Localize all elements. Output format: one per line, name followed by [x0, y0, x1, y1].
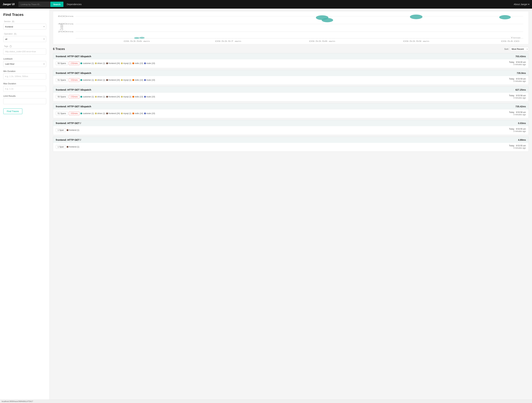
svg-text:200ms: 200ms — [58, 31, 74, 33]
sort-label: Sort: — [504, 48, 509, 50]
trace-card[interactable]: frontend: HTTP GET /dispatch 703.43ms 50… — [53, 53, 529, 68]
tags-input[interactable] — [3, 49, 46, 55]
main-content: 600ms 400ms 200ms 09:53:56 am 09:53:57 a… — [50, 9, 532, 403]
svg-point-18 — [410, 15, 422, 19]
service-tag: customer (1) — [80, 96, 94, 98]
service-dot — [144, 96, 146, 98]
service-tag: route (10) — [144, 112, 155, 115]
sort-controls: Sort: Most Recent Longest First Shortest… — [504, 47, 529, 51]
search-button[interactable]: Search — [50, 2, 63, 7]
trace-ago: 3 minutes ago — [509, 97, 526, 99]
service-name: frontend (24) — [108, 96, 120, 98]
service-name: frontend (1) — [69, 146, 79, 148]
sort-select[interactable]: Most Recent Longest First Shortest First… — [510, 47, 529, 51]
trace-card[interactable]: frontend: HTTP GET / 4.89ms 1 Span front… — [53, 136, 529, 152]
service-dot — [144, 113, 146, 114]
error-badge: 3 Errors — [69, 112, 80, 115]
trace-card-header[interactable]: frontend: HTTP GET /dispatch 627.25ms — [53, 87, 529, 93]
service-tag: route (10) — [144, 62, 155, 64]
tags-help-icon: ? — [9, 45, 12, 48]
service-dot — [133, 113, 134, 114]
service-tag: route (10) — [144, 79, 155, 81]
service-name: redis (14) — [135, 112, 143, 115]
service-dot — [133, 79, 134, 81]
min-duration-input[interactable] — [3, 74, 46, 79]
service-name: customer (1) — [83, 62, 94, 64]
operation-select[interactable]: all — [3, 36, 46, 42]
service-name: redis (14) — [135, 79, 143, 81]
max-duration-group: Max Duration — [3, 82, 46, 92]
trace-card-header[interactable]: frontend: HTTP GET /dispatch 703.43ms — [53, 53, 529, 59]
service-dot — [95, 62, 97, 64]
service-name: route (10) — [146, 96, 155, 98]
trace-card-header[interactable]: frontend: HTTP GET / 0.03ms — [53, 120, 529, 126]
service-tag: driver (1) — [95, 96, 105, 98]
trace-duration: 4.89ms — [518, 139, 526, 141]
service-dot — [133, 96, 134, 98]
trace-card[interactable]: frontend: HTTP GET / 0.03ms 1 Span front… — [53, 120, 529, 135]
trace-ago: 3 minutes ago — [509, 113, 526, 116]
spans-badge: 50 Spans — [56, 95, 68, 99]
trace-date: Today 9:53:59 am — [509, 78, 526, 80]
dependencies-link[interactable]: Dependencies — [67, 3, 82, 6]
limit-input[interactable]: 20 — [3, 98, 46, 104]
service-tag: frontend (1) — [67, 146, 79, 148]
lookback-select[interactable]: Last Hour Last 2 Hours Last 3 Hours Last… — [3, 61, 46, 67]
service-tag: frontend (24) — [106, 112, 120, 115]
find-traces-title: Find Traces — [3, 12, 46, 17]
trace-card[interactable]: frontend: HTTP GET /dispatch 735.42ms 51… — [53, 103, 529, 118]
status-bar: localhost:3000/trace/3684d0b1cf72b17 — [0, 400, 532, 403]
service-dot — [80, 62, 82, 64]
trace-timestamp: Today 9:53:55 am 3 minutes ago — [509, 144, 526, 149]
svg-text:Duration: Duration — [59, 24, 64, 30]
about-jaeger-menu[interactable]: About Jaeger ▾ — [514, 3, 529, 6]
svg-point-14 — [134, 37, 139, 39]
service-name: route (10) — [146, 79, 155, 81]
trace-card-header[interactable]: frontend: HTTP GET / 4.89ms — [53, 137, 529, 143]
traces-header: 6 Traces Sort: Most Recent Longest First… — [53, 47, 529, 51]
trace-card-header[interactable]: frontend: HTTP GET /dispatch 735.42ms — [53, 103, 529, 110]
spans-badge: 1 Span — [56, 128, 66, 132]
svg-text:09:53:59 am: 09:53:59 am — [403, 40, 429, 42]
find-traces-button[interactable]: Find Traces — [3, 108, 22, 114]
trace-date: Today 9:54:00 am — [509, 61, 526, 63]
service-name: redis (13) — [135, 96, 143, 98]
max-duration-input[interactable] — [3, 86, 46, 92]
trace-tags: 51 Spans 3 Errors customer (1) driver (1… — [56, 78, 506, 82]
service-select[interactable]: frontend customer driver mysql redis rou… — [3, 24, 46, 30]
trace-list: frontend: HTTP GET /dispatch 703.43ms 50… — [53, 53, 529, 152]
service-tag: customer (1) — [80, 79, 94, 81]
service-dot — [106, 96, 108, 98]
lookback-select-wrap: Last Hour Last 2 Hours Last 3 Hours Last… — [3, 61, 46, 67]
trace-id-input[interactable] — [19, 2, 50, 7]
trace-card-header[interactable]: frontend: HTTP GET /dispatch 735.9ms — [53, 70, 529, 76]
trace-date: Today 9:53:58 am — [509, 111, 526, 113]
trace-card-body: 1 Span frontend (1) Today 9:53:55 am 3 m… — [53, 126, 529, 135]
svg-point-19 — [499, 15, 511, 19]
service-name: driver (1) — [97, 79, 105, 81]
chart-svg: 600ms 400ms 200ms 09:53:56 am 09:53:57 a… — [56, 13, 526, 44]
service-dot — [95, 79, 97, 81]
sort-select-wrap: Most Recent Longest First Shortest First… — [510, 47, 529, 51]
service-dot — [121, 79, 123, 81]
trace-tags: 50 Spans 2 Errors customer (1) driver (1… — [56, 62, 506, 65]
trace-card[interactable]: frontend: HTTP GET /dispatch 735.9ms 51 … — [53, 70, 529, 85]
operation-label: Operation (6) — [3, 33, 46, 35]
service-tag: driver (1) — [95, 112, 105, 115]
service-dot — [80, 96, 82, 98]
trace-timestamp: Today 9:53:58 am 3 minutes ago — [509, 111, 526, 116]
trace-card-body: 50 Spans 2 Errors customer (1) driver (1… — [53, 59, 529, 68]
service-dot — [106, 79, 108, 81]
limit-group: Limit Results 20 — [3, 95, 46, 104]
trace-card[interactable]: frontend: HTTP GET /dispatch 627.25ms 50… — [53, 87, 529, 102]
service-dot — [80, 113, 82, 114]
service-tag: redis (14) — [133, 79, 143, 81]
status-url: localhost:3000/trace/3684d0b1cf72b17 — [2, 400, 33, 402]
limit-label: Limit Results — [3, 95, 46, 97]
service-tag: customer (1) — [80, 112, 94, 115]
service-dot — [80, 79, 82, 81]
service-name: mysql (1) — [123, 62, 131, 64]
service-dot — [95, 113, 97, 114]
trace-timestamp: Today 9:53:55 am 3 minutes ago — [509, 128, 526, 132]
trace-tags: 1 Span frontend (1) — [56, 128, 506, 132]
